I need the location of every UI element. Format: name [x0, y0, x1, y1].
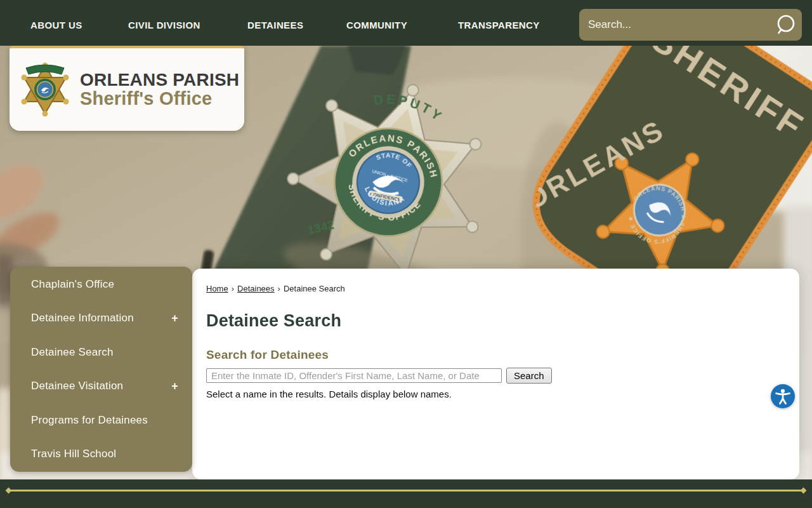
breadcrumb-separator: ›	[232, 284, 234, 293]
nav-item-detainees[interactable]: DETAINEES	[247, 20, 303, 30]
sidebar-item-detainee-information[interactable]: Detainee Information +	[10, 302, 192, 336]
breadcrumb-separator: ›	[278, 284, 280, 293]
footer	[0, 479, 812, 508]
search-instructions: Select a name in the results. Details di…	[206, 389, 799, 399]
nav-item-transparency[interactable]: TRANSPARENCY	[458, 20, 540, 30]
nav-item-community[interactable]: COMMUNITY	[346, 20, 407, 30]
sidebar-item-label: Travis Hill School	[31, 448, 116, 460]
page: SHERIFF ORLEANS PARISH ★ SHERIFF'S OFFIC…	[0, 0, 812, 508]
breadcrumb-detainees-link[interactable]: Detainees	[237, 284, 275, 293]
sidebar-item-label: Detainee Search	[31, 346, 114, 359]
site-search-input[interactable]	[579, 9, 769, 41]
accessibility-button[interactable]	[771, 384, 795, 408]
site-search	[579, 9, 802, 41]
footer-divider-line	[9, 490, 803, 491]
sidebar-item-chaplains-office[interactable]: Chaplain's Office	[10, 267, 192, 302]
sidebar-item-travis-hill-school[interactable]: Travis Hill School	[10, 438, 192, 472]
search-icon	[774, 13, 797, 36]
site-logo[interactable]: ORLEANS PARISH Sheriff's Office	[10, 46, 244, 131]
sidebar-item-detainee-search[interactable]: Detainee Search	[10, 335, 192, 370]
sidebar-item-detainee-visitation[interactable]: Detainee Visitation +	[10, 370, 192, 404]
nav-item-civil-division[interactable]: CIVIL DIVISION	[128, 20, 200, 30]
logo-line2: Sheriff's Office	[80, 89, 239, 109]
sidebar-item-programs-for-detainees[interactable]: Programs for Detainees	[10, 403, 192, 438]
sidebar-item-label: Detainee Visitation	[31, 380, 123, 392]
detainee-search-form: Search	[206, 368, 799, 384]
top-navigation: ABOUT US CIVIL DIVISION DETAINEES COMMUN…	[0, 0, 812, 46]
site-search-button[interactable]	[769, 9, 802, 41]
logo-line1: ORLEANS PARISH	[80, 70, 239, 90]
sidebar-menu: Chaplain's Office Detainee Information +…	[10, 267, 192, 472]
detainee-search-button[interactable]: Search	[506, 368, 552, 384]
sidebar-item-label: Detainee Information	[31, 312, 134, 324]
logo-star-icon	[18, 57, 72, 123]
expand-plus-icon[interactable]: +	[171, 312, 178, 325]
breadcrumb-home-link[interactable]: Home	[206, 284, 228, 293]
sidebar-item-label: Programs for Detainees	[31, 414, 148, 427]
breadcrumb-current: Detainee Search	[284, 284, 345, 293]
breadcrumb: Home›Detainees›Detainee Search	[206, 284, 799, 293]
accessibility-icon	[773, 387, 792, 406]
expand-plus-icon[interactable]: +	[171, 380, 178, 393]
main-content-panel: Home›Detainees›Detainee Search Detainee …	[192, 269, 799, 479]
page-title: Detainee Search	[206, 311, 799, 331]
nav-item-about-us[interactable]: ABOUT US	[30, 20, 82, 30]
detainee-search-input[interactable]	[206, 368, 502, 383]
search-section-title: Search for Detainees	[206, 348, 799, 362]
sidebar-item-label: Chaplain's Office	[31, 278, 114, 291]
logo-text: ORLEANS PARISH Sheriff's Office	[80, 70, 239, 109]
